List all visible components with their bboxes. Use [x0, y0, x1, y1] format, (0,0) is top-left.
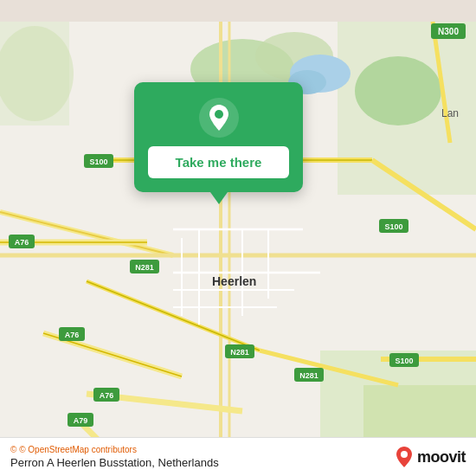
svg-text:S100: S100: [89, 158, 107, 166]
map-background: Heerlen N300 S100 S100 S100 S100 A76 A76…: [0, 0, 476, 476]
bottom-bar: © © OpenStreetMap contributors Perron A …: [0, 437, 476, 476]
svg-text:A76: A76: [15, 238, 29, 247]
svg-text:N300: N300: [438, 27, 459, 36]
bottom-left-info: © © OpenStreetMap contributors Perron A …: [10, 445, 219, 469]
copyright-symbol: ©: [10, 445, 16, 454]
svg-point-66: [401, 451, 408, 458]
svg-point-4: [355, 56, 441, 125]
osm-credit: © © OpenStreetMap contributors: [10, 445, 219, 454]
svg-text:Heerlen: Heerlen: [212, 274, 256, 288]
svg-point-65: [215, 110, 223, 119]
svg-text:N281: N281: [299, 371, 318, 380]
svg-text:A76: A76: [65, 331, 80, 339]
map-container: Heerlen N300 S100 S100 S100 S100 A76 A76…: [0, 0, 476, 476]
moovit-logo: moovit: [395, 446, 466, 468]
moovit-pin-icon: [395, 446, 414, 468]
location-pin-icon: [199, 98, 239, 138]
svg-text:Lan: Lan: [441, 107, 459, 119]
location-name: Perron A Heerlen Busstation, Netherlands: [10, 456, 219, 469]
svg-text:N281: N281: [135, 263, 154, 272]
svg-text:S100: S100: [384, 222, 402, 231]
svg-text:A79: A79: [74, 416, 88, 425]
popup-card: Take me there: [134, 82, 303, 192]
take-me-there-button[interactable]: Take me there: [148, 146, 289, 178]
svg-text:N281: N281: [230, 348, 249, 357]
svg-text:S100: S100: [395, 357, 413, 365]
moovit-brand-text: moovit: [417, 448, 466, 466]
svg-text:A76: A76: [100, 391, 114, 400]
osm-link[interactable]: © OpenStreetMap contributors: [19, 445, 137, 454]
